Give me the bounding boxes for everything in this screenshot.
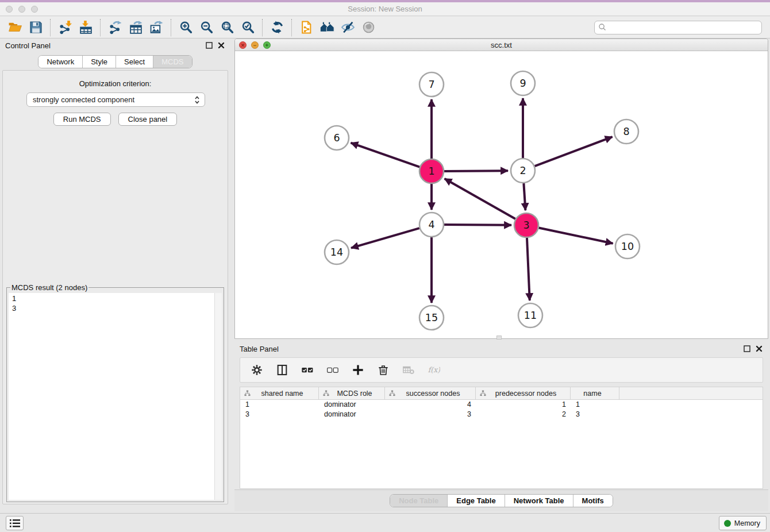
graph-node-3[interactable]: 3 (514, 213, 538, 237)
mcds-result-list[interactable]: 1 3 (9, 293, 222, 500)
home-icon[interactable] (317, 18, 337, 37)
graph-edge-2-3[interactable] (523, 183, 525, 210)
close-window-icon[interactable] (6, 6, 13, 13)
network-minimize-icon[interactable]: − (251, 41, 259, 49)
graph-node-15[interactable]: 15 (419, 306, 444, 330)
zoom-window-icon[interactable] (31, 6, 38, 13)
close-panel-button[interactable]: Close panel (118, 113, 178, 126)
svg-text:9: 9 (519, 78, 526, 89)
svg-text:14: 14 (330, 246, 343, 258)
hierarchy-icon (480, 390, 486, 396)
graph-node-7[interactable]: 7 (419, 72, 444, 97)
table-row[interactable]: 3dominator323 (240, 410, 763, 419)
splitter-grip[interactable] (496, 336, 502, 340)
float-table-panel-icon[interactable] (744, 345, 750, 352)
table-tabs: Node TableEdge TableNetwork TableMotifs (390, 494, 613, 507)
column-header-shared-name[interactable]: shared name (240, 387, 319, 399)
import-table-icon[interactable] (75, 18, 96, 37)
tab-network-table[interactable]: Network Table (505, 495, 573, 507)
graph-edge-4-14[interactable] (351, 228, 419, 248)
refresh-layout-icon[interactable] (267, 18, 287, 37)
svg-text:1: 1 (428, 165, 434, 177)
network-maximize-icon[interactable]: + (263, 41, 271, 49)
graph-node-10[interactable]: 10 (615, 234, 640, 259)
window-traffic-lights[interactable] (6, 6, 38, 13)
network-window-titlebar[interactable]: ✕ − + scc.txt (235, 39, 768, 51)
delete-column-icon[interactable] (376, 363, 390, 377)
table-cell: 1 (476, 400, 571, 410)
tab-motifs[interactable]: Motifs (573, 495, 613, 507)
zoom-selected-icon[interactable] (237, 18, 258, 37)
minimize-window-icon[interactable] (18, 6, 25, 13)
chevron-up-down-icon (194, 95, 200, 105)
tab-style[interactable]: Style (82, 56, 116, 68)
graph-node-9[interactable]: 9 (511, 71, 535, 95)
ndex-document-icon[interactable] (296, 18, 317, 37)
table-cell: dominator (319, 400, 385, 410)
import-network-icon[interactable] (55, 18, 75, 37)
graph-edge-2-8[interactable] (535, 137, 613, 166)
columns-icon[interactable] (275, 363, 289, 377)
table-row[interactable]: 1dominator411 (240, 400, 763, 410)
export-table-icon[interactable] (125, 18, 146, 37)
svg-text:3: 3 (523, 219, 529, 231)
column-header-MCDS-role[interactable]: MCDS role (319, 387, 385, 399)
table-cell: 3 (240, 410, 319, 419)
close-panel-icon[interactable] (218, 42, 225, 49)
zoom-in-icon[interactable] (175, 18, 196, 37)
memory-button[interactable]: Memory (719, 516, 767, 530)
tab-mcds[interactable]: MCDS (153, 56, 191, 68)
table-header-row: shared nameMCDS rolesuccessor nodesprede… (240, 387, 763, 400)
task-history-button[interactable] (6, 516, 24, 530)
graph-edge-4-3[interactable] (444, 225, 511, 225)
delete-table-icon (402, 363, 415, 377)
hide-panels-icon[interactable] (337, 18, 358, 37)
column-header-predecessor-nodes[interactable]: predecessor nodes (476, 387, 571, 399)
search-field[interactable] (594, 21, 762, 34)
graph-edge-3-11[interactable] (527, 238, 530, 300)
table-cell: 4 (385, 400, 476, 410)
graph-edge-1-2[interactable] (444, 171, 508, 171)
graph-node-2[interactable]: 2 (511, 159, 535, 183)
export-image-icon[interactable] (146, 18, 167, 37)
graph-node-1[interactable]: 1 (419, 159, 444, 183)
graph-node-11[interactable]: 11 (518, 303, 542, 327)
optimization-criterion-select[interactable]: strongly connected component (26, 92, 205, 107)
graph-edge-3-1[interactable] (445, 179, 515, 219)
graph-node-14[interactable]: 14 (325, 240, 349, 264)
tab-node-table[interactable]: Node Table (390, 495, 447, 507)
select-all-icon[interactable] (301, 363, 314, 377)
close-table-panel-icon[interactable] (756, 345, 763, 352)
column-header-name[interactable]: name (571, 387, 619, 399)
tab-network[interactable]: Network (38, 56, 82, 68)
run-mcds-button[interactable]: Run MCDS (53, 113, 111, 126)
export-network-icon[interactable] (105, 18, 125, 37)
toolbar-separator (50, 19, 51, 36)
open-session-icon[interactable] (5, 18, 25, 37)
network-close-icon[interactable]: ✕ (239, 41, 247, 49)
graph-edge-1-6[interactable] (351, 143, 420, 167)
zoom-out-icon[interactable] (196, 18, 217, 37)
network-view-window: ✕ − + scc.txt 7968124314101511 (234, 38, 768, 339)
tab-select[interactable]: Select (116, 56, 153, 68)
table-cell: 3 (385, 410, 476, 419)
table-body: 1dominator4113dominator323 (240, 400, 763, 419)
search-input[interactable] (610, 23, 758, 32)
float-panel-icon[interactable] (206, 42, 213, 49)
toolbar-separator (100, 19, 101, 36)
zoom-fit-icon[interactable] (217, 18, 237, 37)
graph-node-6[interactable]: 6 (325, 126, 349, 150)
save-session-icon[interactable] (25, 18, 46, 37)
add-column-icon[interactable] (351, 363, 365, 377)
network-canvas[interactable]: 7968124314101511 (235, 51, 768, 338)
graph-edge-3-10[interactable] (539, 228, 613, 244)
graph-node-8[interactable]: 8 (614, 119, 638, 144)
tab-edge-table[interactable]: Edge Table (447, 495, 504, 507)
column-header-successor-nodes[interactable]: successor nodes (385, 387, 476, 399)
result-scrollbar[interactable] (214, 293, 222, 500)
deselect-all-icon[interactable] (326, 363, 340, 377)
control-panel-title: Control Panel (5, 41, 51, 50)
graph-node-4[interactable]: 4 (419, 213, 444, 237)
gear-icon[interactable] (250, 363, 264, 377)
toolbar-buttons (5, 18, 379, 37)
